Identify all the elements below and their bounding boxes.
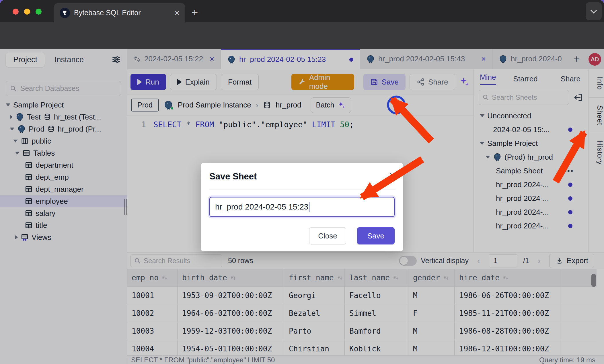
new-tab-button[interactable]: + <box>192 6 198 19</box>
chevron-down-icon <box>591 7 597 14</box>
divider <box>209 189 395 189</box>
sheet-name-input[interactable]: hr_prod 2024-02-05 15:23 <box>209 197 395 217</box>
save-sheet-dialog: Save Sheet × hr_prod 2024-02-05 15:23 Cl… <box>201 163 403 251</box>
browser-tab[interactable]: Bytebase SQL Editor × <box>54 3 185 22</box>
dialog-title: Save Sheet <box>209 171 395 182</box>
browser-window: Bytebase SQL Editor × + localhost:8080/s… <box>0 0 604 364</box>
browser-toolbar: localhost:8080/sql-editor/prod-sample-in… <box>0 22 604 49</box>
browser-tab-close-icon[interactable]: × <box>174 9 180 17</box>
bytebase-favicon <box>60 8 70 18</box>
window-close-button[interactable] <box>13 9 19 15</box>
dialog-close-icon[interactable]: × <box>389 170 395 181</box>
text-caret <box>309 202 309 212</box>
dialog-save-button[interactable]: Save <box>357 227 395 244</box>
dialog-close-button[interactable]: Close <box>309 227 346 244</box>
browser-titlebar: Bytebase SQL Editor × + <box>0 0 604 22</box>
window-minimize-button[interactable] <box>24 9 30 15</box>
tab-search-button[interactable] <box>586 2 602 20</box>
browser-tab-title: Bytebase SQL Editor <box>74 9 170 17</box>
window-zoom-button[interactable] <box>36 9 42 15</box>
